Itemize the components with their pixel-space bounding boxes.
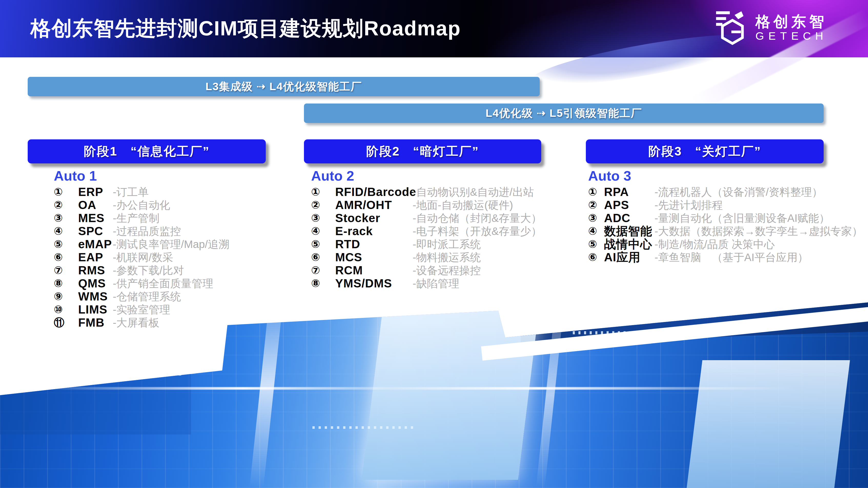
- list-item: ①RPA-流程机器人（设备消警/资料整理）: [588, 186, 631, 198]
- item-description: -生产管制: [113, 212, 159, 225]
- list-item: ⑧YMS/DMS-缺陷管理: [311, 277, 354, 290]
- company-logo: 格创东智 GETECH: [716, 10, 828, 45]
- list-item: ②OA-办公自动化: [54, 198, 97, 212]
- item-acronym: WMS: [78, 290, 107, 303]
- item-number: ⑧: [311, 277, 320, 290]
- list-item: ⑪FMB-大屏看板: [54, 316, 97, 329]
- item-number: ①: [311, 186, 320, 198]
- stage3-auto-title: Auto 3: [588, 168, 631, 185]
- item-description: -实验室管理: [113, 303, 170, 316]
- item-acronym: AI应用: [604, 251, 641, 264]
- item-number: ⑥: [311, 251, 320, 264]
- item-number: ③: [588, 212, 597, 225]
- circuit-dot-row: [52, 372, 182, 376]
- item-acronym: MCS: [335, 251, 362, 264]
- list-item: ①ERP-订工单: [54, 186, 97, 198]
- item-description: -参数下载/比对: [113, 264, 184, 277]
- item-number: ⑩: [54, 303, 63, 316]
- item-description: -自动仓储（封闭&存量大）: [412, 212, 542, 225]
- circuit-glow-line: [250, 282, 285, 488]
- item-acronym: EAP: [78, 251, 103, 264]
- item-acronym: ADC: [604, 212, 630, 225]
- list-item: ⑦RMS-参数下载/比对: [54, 264, 97, 277]
- level-bar-l3-to-l4: L3集成级 ⇢ L4优化级智能工厂: [28, 77, 540, 96]
- item-acronym: RPA: [604, 186, 629, 198]
- item-number: ⑦: [311, 264, 320, 277]
- logo-text: 格创东智 GETECH: [755, 13, 828, 42]
- item-acronym: E-rack: [335, 225, 373, 238]
- item-description: -电子料架（开放&存量少）: [412, 225, 542, 238]
- item-description: -过程品质监控: [113, 225, 181, 238]
- item-number: ⑤: [588, 238, 597, 251]
- item-acronym: MES: [78, 212, 104, 225]
- item-acronym: AMR/OHT: [335, 198, 392, 212]
- item-description: -即时派工系统: [412, 238, 481, 251]
- item-acronym: 战情中心: [604, 238, 652, 251]
- list-item: ④SPC-过程品质监控: [54, 225, 97, 238]
- item-number: ⑤: [311, 238, 320, 251]
- list-item: ④E-rack-电子料架（开放&存量少）: [311, 225, 354, 238]
- item-description: -缺陷管理: [412, 277, 459, 290]
- item-acronym: ERP: [78, 186, 103, 198]
- item-acronym: Stocker: [335, 212, 380, 225]
- item-number: ③: [54, 212, 63, 225]
- item-description: -大数据（数据探索→数字孪生→虚拟专家）: [654, 225, 863, 238]
- item-acronym: RMS: [78, 264, 105, 277]
- list-item: ⑩LIMS-实验室管理: [54, 303, 97, 316]
- item-acronym: RTD: [335, 238, 360, 251]
- item-acronym: eMAP: [78, 238, 112, 251]
- item-acronym: RFID/Barcode: [335, 186, 416, 198]
- item-acronym: LIMS: [78, 303, 107, 316]
- list-item: ③Stocker-自动仓储（封闭&存量大）: [311, 212, 354, 225]
- item-acronym: FMB: [78, 316, 104, 329]
- level-bar-l4-to-l5: L4优化级 ⇢ L5引领级智能工厂: [304, 103, 824, 123]
- item-acronym: 数据智能: [604, 225, 652, 238]
- item-description: -仓储管理系统: [113, 290, 181, 303]
- list-item: ⑤eMAP-测试良率管理/Map/追溯: [54, 238, 97, 251]
- circuit-light-slab: [362, 294, 541, 480]
- circuit-glow-line: [536, 282, 566, 488]
- list-item: ⑦RCM-设备远程操控: [311, 264, 354, 277]
- item-description: -量测自动化（含旧量测设备AI赋能）: [654, 212, 830, 225]
- stage1-auto-title: Auto 1: [54, 168, 97, 185]
- stage1-system-list: Auto 1 ①ERP-订工单②OA-办公自动化③MES-生产管制④SPC-过程…: [54, 168, 97, 329]
- item-number: ⑪: [54, 316, 64, 329]
- stage2-header: 阶段2 “暗灯工厂”: [304, 139, 541, 163]
- list-item: ④数据智能-大数据（数据探索→数字孪生→虚拟专家）: [588, 225, 631, 238]
- item-number: ⑧: [54, 277, 63, 290]
- stage2-system-list: Auto 2 ①RFID/Barcode-自动物识别&自动进/出站②AMR/OH…: [311, 168, 354, 290]
- stage3-header: 阶段3 “关灯工厂”: [586, 139, 824, 163]
- list-item: ⑧QMS-供产销全面质量管理: [54, 277, 97, 290]
- list-item: ⑤RTD-即时派工系统: [311, 238, 354, 251]
- item-description: -机联网/数采: [113, 251, 173, 264]
- list-item: ②AMR/OHT-地面-自动搬运(硬件): [311, 198, 354, 212]
- item-number: ①: [588, 186, 597, 198]
- item-acronym: SPC: [78, 225, 103, 238]
- stage3-system-list: Auto 3 ①RPA-流程机器人（设备消警/资料整理）②APS-先进计划排程③…: [588, 168, 631, 264]
- item-number: ④: [54, 225, 63, 238]
- item-description: -大屏看板: [113, 316, 159, 329]
- item-number: ②: [311, 198, 320, 212]
- item-description: -测试良率管理/Map/追溯: [113, 238, 229, 251]
- item-number: ②: [54, 198, 63, 212]
- list-item: ⑥AI应用-章鱼智脑 （基于AI平台应用）: [588, 251, 631, 264]
- item-number: ⑥: [54, 251, 63, 264]
- circuit-dark-block: [0, 339, 191, 434]
- list-item: ③MES-生产管制: [54, 212, 97, 225]
- list-item: ⑤战情中心-制造/物流/品质 决策中心: [588, 238, 631, 251]
- item-description: -流程机器人（设备消警/资料整理）: [654, 186, 823, 198]
- item-number: ④: [311, 225, 320, 238]
- getech-hexagon-logo-icon: [716, 10, 749, 45]
- item-description: -章鱼智脑 （基于AI平台应用）: [654, 251, 808, 264]
- list-item: ⑥MCS-物料搬运系统: [311, 251, 354, 264]
- item-description: -物料搬运系统: [412, 251, 481, 264]
- item-number: ⑨: [54, 290, 63, 303]
- item-description: -设备远程操控: [412, 264, 481, 277]
- page-title: 格创东智先进封测CIM项目建设规划Roadmap: [31, 15, 461, 42]
- item-description: -制造/物流/品质 决策中心: [654, 238, 775, 251]
- stage2-auto-title: Auto 2: [311, 168, 354, 185]
- item-number: ③: [311, 212, 320, 225]
- item-number: ②: [588, 198, 597, 212]
- item-description: -供产销全面质量管理: [113, 277, 213, 290]
- item-number: ⑥: [588, 251, 597, 264]
